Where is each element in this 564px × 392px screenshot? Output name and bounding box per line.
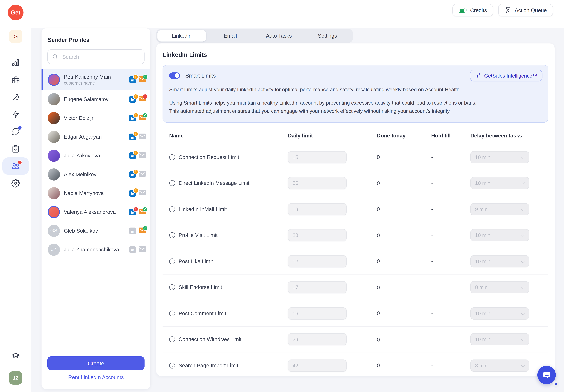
profile-list-item[interactable]: GS Gleb Sokolkov in ✓ [42,221,150,240]
done-today-value: 0 [377,232,431,238]
daily-limit-input[interactable] [288,229,347,241]
linkedin-status-icon: in [129,246,136,253]
sidebar-item-lightning[interactable] [2,106,29,123]
info-icon[interactable]: i [169,180,175,186]
info-icon[interactable]: i [169,232,175,238]
hold-till-value: - [431,154,470,160]
email-badge: ✓ [142,225,148,231]
smart-limits-toggle[interactable] [169,72,180,79]
bar-chart-icon [11,58,20,67]
daily-limit-input[interactable] [288,151,347,163]
info-icon[interactable]: i [169,154,175,160]
profile-list-item[interactable]: Alex Melnikov in! [42,165,150,184]
profile-list-item[interactable]: Valeriya Aleksandrova in! ✓ [42,202,150,221]
delay-select[interactable]: 8 min [470,359,529,372]
search-box [47,49,144,64]
info-icon[interactable]: i [169,310,175,316]
daily-limit-input[interactable] [288,359,347,372]
chat-widget-close-button[interactable]: ✕ [553,381,559,388]
info-icon[interactable]: i [169,206,175,212]
close-icon: ✕ [554,382,558,387]
sidebar-item-bar-chart[interactable] [2,54,29,71]
delay-value: 10 min [475,154,490,160]
tab-bar: LinkedinEmailAuto TasksSettings [156,29,353,43]
sidebar-item-gear[interactable] [2,175,29,192]
rent-linkedin-accounts-link[interactable]: Rent LinkedIn Accounts [42,374,150,380]
info-icon[interactable]: i [169,284,175,290]
column-header: Daily limit [288,133,377,139]
delay-select[interactable]: 10 min [470,177,529,189]
workspace-initial: G [14,33,18,40]
user-avatar[interactable]: JZ [9,371,22,385]
delay-select[interactable]: 8 min [470,281,529,293]
sidebar-item-clipboard-check[interactable] [2,140,29,157]
info-icon[interactable]: i [169,363,175,368]
tab-settings[interactable]: Settings [303,30,352,42]
delay-select[interactable]: 10 min [470,255,529,267]
sidebar-item-chat[interactable] [2,123,29,140]
sidebar-item-magic-wand[interactable] [2,88,29,106]
tab-auto-tasks[interactable]: Auto Tasks [254,30,303,42]
delay-select[interactable]: 9 min [470,203,529,215]
linkedin-badge: ! [133,150,138,155]
profile-list-item[interactable]: Julia Yakovleva in! [42,146,150,165]
daily-limit-input[interactable] [288,307,347,320]
limit-name: LinkedIn InMail Limit [179,206,227,212]
daily-limit-input[interactable] [288,333,347,345]
profile-list-item[interactable]: Victor Dolzijn in! ✓ [42,109,150,127]
delay-value: 10 min [475,310,490,316]
profile-name: Gleb Sokolkov [64,228,125,234]
done-today-value: 0 [377,336,431,343]
avatar [48,131,60,143]
limit-name: Skill Endorse Limit [179,284,222,290]
getsales-intelligence-button[interactable]: GetSales Intelligence™ [470,70,542,82]
daily-limit-input[interactable] [288,177,347,189]
email-badge: ✓ [142,74,148,79]
create-button[interactable]: Create [47,356,144,370]
profile-list: Petr Kaliuzhny Main customer name in! ✓ … [42,69,150,259]
info-icon[interactable]: i [169,336,175,342]
chevron-down-icon [521,284,525,289]
delay-select[interactable]: 10 min [470,307,529,320]
smart-limits-description-2: Using Smart Limits helps you maintain a … [169,99,542,107]
delay-select[interactable]: 10 min [470,229,529,241]
avatar: JZ [48,243,60,256]
profile-list-item[interactable]: Nadia Martynova in! [42,184,150,202]
chevron-down-icon [521,154,525,159]
delay-select[interactable]: 10 min [470,333,529,345]
info-icon[interactable]: i [169,258,175,264]
profile-list-item[interactable]: Petr Kaliuzhny Main customer name in! ✓ [42,69,150,90]
hold-till-value: - [431,336,470,343]
sidebar-item-users[interactable] [2,157,29,175]
app-window: Credits Action Queue Get G JZ [0,0,564,392]
profile-name: Nadia Martynova [64,190,125,196]
email-badge: ✓ [142,207,148,212]
action-queue-button[interactable]: Action Queue [498,4,553,16]
limit-name: Connection Withdraw Limit [179,336,241,342]
app-logo[interactable]: Get [8,5,24,20]
chevron-down-icon [521,310,525,315]
profile-list-item[interactable]: JZ Julia Znamenshchikova in [42,240,150,259]
hold-till-value: - [431,258,470,264]
credits-button[interactable]: Credits [452,4,493,16]
email-status-icon [139,171,145,178]
delay-value: 8 min [475,284,488,290]
email-badge: ✓ [142,113,148,118]
sidebar-item-briefcase[interactable] [2,71,29,88]
hold-till-value: - [431,284,470,291]
daily-limit-input[interactable] [288,255,347,267]
avatar [48,206,60,218]
delay-select[interactable]: 10 min [470,151,529,163]
sidebar-item-academy[interactable] [11,352,20,360]
chat-widget-button[interactable] [537,366,556,384]
daily-limit-input[interactable] [288,281,347,293]
profile-list-item[interactable]: Edgar Abgaryan in! [42,127,150,146]
daily-limit-input[interactable] [288,203,347,215]
tab-email[interactable]: Email [206,30,254,42]
search-input[interactable] [61,54,140,60]
notification-dot [18,160,22,165]
profile-list-item[interactable]: Eugene Salamatov in! ! [42,90,150,109]
tab-linkedin[interactable]: Linkedin [157,30,206,42]
workspace-avatar[interactable]: G [9,30,22,43]
profile-name: Julia Yakovleva [64,153,125,158]
